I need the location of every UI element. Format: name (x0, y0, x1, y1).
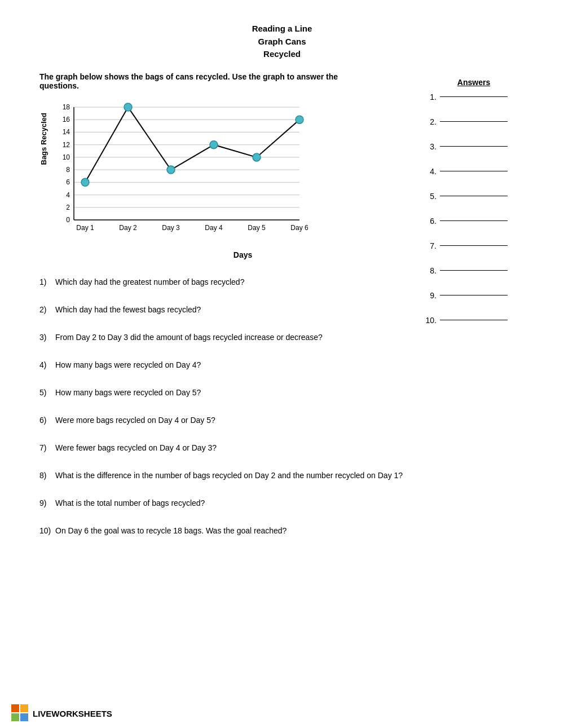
answer-blank (440, 295, 508, 295)
answer-number: 8. (423, 266, 437, 275)
y-axis-label: Bags Recycled (39, 113, 48, 165)
liveworksheets-logo (11, 704, 29, 722)
answer-number: 6. (423, 217, 437, 226)
svg-text:Day 3: Day 3 (162, 224, 180, 232)
question-text: Which day had the greatest number of bag… (55, 276, 412, 288)
svg-text:0: 0 (66, 216, 70, 224)
answers-title: Answers (423, 78, 525, 87)
svg-rect-37 (20, 713, 28, 721)
answer-line: 3. (423, 142, 525, 151)
answer-number: 7. (423, 241, 437, 250)
answer-blank (440, 320, 508, 320)
answer-line: 6. (423, 217, 525, 226)
svg-rect-36 (11, 713, 19, 721)
page-title: Reading a Line Graph Cans Recycled (39, 23, 525, 61)
svg-rect-34 (11, 704, 19, 712)
question-item: 4)How many bags were recycled on Day 4? (39, 359, 412, 371)
question-item: 7)Were fewer bags recycled on Day 4 or D… (39, 442, 412, 454)
answer-number: 5. (423, 192, 437, 201)
question-number: 7) (39, 442, 55, 454)
svg-point-31 (210, 140, 218, 148)
footer: LIVEWORKSHEETS (11, 704, 112, 722)
question-item: 8)What is the difference in the number o… (39, 470, 412, 482)
answer-blank (440, 171, 508, 171)
question-number: 4) (39, 359, 55, 371)
svg-point-33 (296, 116, 303, 123)
footer-brand-text: LIVEWORKSHEETS (33, 709, 112, 718)
svg-text:4: 4 (66, 191, 70, 198)
question-text: From Day 2 to Day 3 did the amount of ba… (55, 332, 412, 343)
question-text: Were fewer bags recycled on Day 4 or Day… (55, 442, 412, 454)
svg-text:Day 6: Day 6 (290, 224, 309, 232)
svg-point-32 (253, 153, 261, 161)
answer-line: 10. (423, 316, 525, 325)
svg-rect-35 (20, 704, 28, 712)
questions-section: 1)Which day had the greatest number of b… (39, 276, 412, 537)
question-text: What is the total number of bags recycle… (55, 497, 412, 509)
question-number: 5) (39, 387, 55, 399)
answer-number: 3. (423, 142, 437, 151)
answers-list: 1.2.3.4.5.6.7.8.9.10. (423, 92, 525, 325)
svg-text:6: 6 (66, 178, 70, 186)
svg-text:8: 8 (66, 166, 70, 174)
intro-text: The graph below shows the bags of cans r… (39, 72, 355, 90)
question-text: What is the difference in the number of … (55, 470, 412, 482)
question-number: 10) (39, 525, 55, 537)
answer-blank (440, 196, 508, 196)
answer-line: 4. (423, 167, 525, 176)
question-item: 3)From Day 2 to Day 3 did the amount of … (39, 332, 412, 343)
answer-blank (440, 121, 508, 122)
svg-text:14: 14 (63, 128, 70, 136)
question-number: 3) (39, 332, 55, 343)
answer-blank (440, 146, 508, 147)
svg-text:2: 2 (66, 203, 70, 211)
question-number: 1) (39, 276, 55, 288)
question-text: Which day had the fewest bags recycled? (55, 304, 412, 316)
answer-line: 1. (423, 92, 525, 102)
answer-blank (440, 245, 508, 246)
svg-text:12: 12 (63, 140, 70, 148)
question-item: 10)On Day 6 the goal was to recycle 18 b… (39, 525, 412, 537)
answer-line: 9. (423, 291, 525, 300)
svg-text:18: 18 (63, 103, 70, 111)
svg-text:Day 4: Day 4 (205, 224, 223, 232)
question-number: 9) (39, 497, 55, 509)
question-number: 8) (39, 470, 55, 482)
question-item: 5)How many bags were recycled on Day 5? (39, 387, 412, 399)
answer-line: 7. (423, 241, 525, 250)
question-text: On Day 6 the goal was to recycle 18 bags… (55, 525, 412, 537)
svg-point-28 (81, 178, 89, 186)
x-axis-label: Days (74, 250, 412, 259)
answer-number: 9. (423, 291, 437, 300)
svg-point-30 (167, 166, 175, 174)
svg-text:Day 1: Day 1 (76, 224, 94, 232)
question-text: How many bags were recycled on Day 4? (55, 359, 412, 371)
question-text: Were more bags recycled on Day 4 or Day … (55, 414, 412, 426)
answer-line: 2. (423, 117, 525, 126)
question-item: 6)Were more bags recycled on Day 4 or Da… (39, 414, 412, 426)
question-number: 2) (39, 304, 55, 316)
svg-text:16: 16 (63, 116, 70, 123)
answer-number: 1. (423, 92, 437, 102)
answer-blank (440, 96, 508, 97)
line-chart: .axis-text { font-size: 12px; font-famil… (51, 102, 322, 248)
svg-text:10: 10 (63, 153, 70, 161)
answer-blank (440, 220, 508, 221)
question-text: How many bags were recycled on Day 5? (55, 387, 412, 399)
answer-line: 8. (423, 266, 525, 275)
svg-text:Day 2: Day 2 (119, 224, 137, 232)
answer-line: 5. (423, 192, 525, 201)
svg-text:Day 5: Day 5 (248, 224, 266, 232)
answer-number: 10. (423, 316, 437, 325)
question-item: 1)Which day had the greatest number of b… (39, 276, 412, 288)
question-number: 6) (39, 414, 55, 426)
answer-number: 2. (423, 117, 437, 126)
svg-point-29 (124, 103, 132, 111)
question-item: 9)What is the total number of bags recyc… (39, 497, 412, 509)
chart-container: Bags Recycled .axis-text { font-size: 12… (39, 102, 412, 259)
question-item: 2)Which day had the fewest bags recycled… (39, 304, 412, 316)
answer-number: 4. (423, 167, 437, 176)
answer-blank (440, 270, 508, 271)
